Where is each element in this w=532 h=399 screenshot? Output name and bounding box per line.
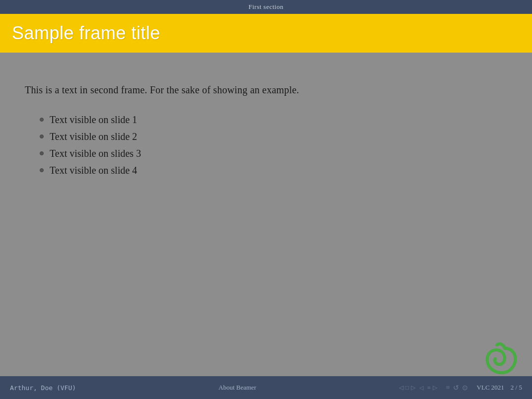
slide-body: This is a text in second frame. For the … [0, 53, 532, 376]
presentation-title: About Beamer [218, 384, 256, 392]
next-frame-icon[interactable]: ▷ [411, 384, 415, 392]
navigation-controls[interactable]: ◁ □ ▷ ◁ ≡ ▷ [399, 384, 437, 392]
list-item: Text visible on slide 1 [40, 111, 507, 128]
prev-slide-icon[interactable]: ◁ [399, 384, 403, 392]
list-item: Text visible on slide 2 [40, 128, 507, 145]
beamer-logo [482, 341, 517, 376]
bullet-text-3: Text visible on slides 3 [50, 145, 141, 162]
extra-nav-icons: ≡ ↺ ⊙ [446, 384, 468, 392]
bullet-list: Text visible on slide 1 Text visible on … [25, 111, 507, 179]
bullet-dot-3 [40, 151, 44, 155]
bottom-right: ◁ □ ▷ ◁ ≡ ▷ ≡ ↺ ⊙ VLC 2021 2 / 5 [399, 384, 522, 392]
slide-header: Sample frame title [0, 14, 532, 53]
bullet-dot-2 [40, 134, 44, 138]
slide-title: Sample frame title [12, 23, 160, 44]
bottom-bar: Arthur, Doe (VFU) About Beamer ◁ □ ▷ ◁ ≡… [0, 376, 532, 399]
author-affiliation: Arthur, Doe (VFU) [10, 384, 76, 392]
search-icon[interactable]: ⊙ [462, 384, 468, 392]
top-navigation-bar: First section [0, 0, 532, 14]
event-label: VLC 2021 [477, 384, 504, 391]
menu-icon[interactable]: ≡ [446, 384, 450, 392]
list-item: Text visible on slides 3 [40, 145, 507, 162]
logo-area [0, 332, 532, 376]
prev-section-icon[interactable]: ≡ [427, 384, 431, 392]
prev-frame-icon[interactable]: □ [405, 384, 409, 392]
next-section-icon[interactable]: ▷ [433, 384, 437, 392]
bullet-text-4: Text visible on slide 4 [50, 162, 137, 179]
main-area: Sample frame title This is a text in sec… [0, 14, 532, 376]
bullet-dot-4 [40, 168, 44, 172]
bullet-text-2: Text visible on slide 2 [50, 128, 137, 145]
body-text: This is a text in second frame. For the … [25, 82, 507, 97]
slide-number: 2 / 5 [511, 384, 522, 391]
slide-content: This is a text in second frame. For the … [0, 53, 532, 332]
undo-icon[interactable]: ↺ [453, 384, 459, 392]
bullet-text-1: Text visible on slide 1 [50, 111, 137, 128]
list-item: Text visible on slide 4 [40, 162, 507, 179]
section-title: First section [249, 3, 283, 11]
bullet-dot-1 [40, 118, 44, 122]
slide-counter: VLC 2021 2 / 5 [477, 384, 522, 392]
